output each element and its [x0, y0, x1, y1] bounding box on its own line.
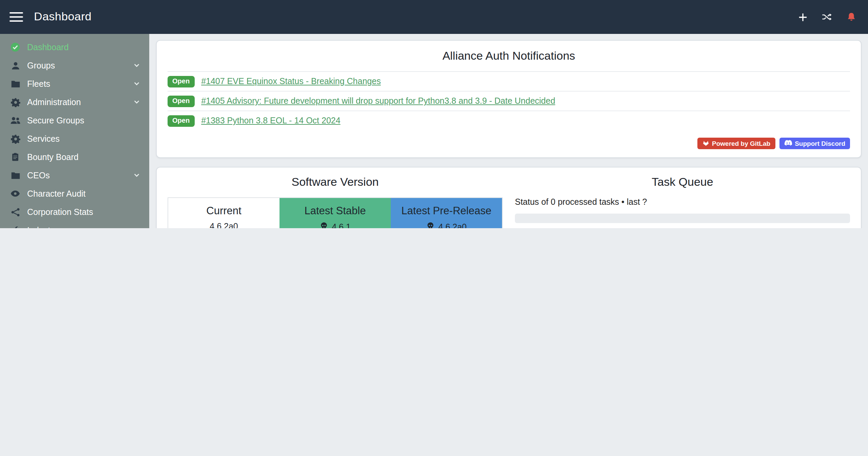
task-progress-bar [515, 214, 850, 223]
chevron-down-icon [133, 80, 140, 87]
gitlab-badge-label: Powered by GitLab [712, 140, 770, 147]
sidebar: DashboardGroupsFleetsAdministrationSecur… [0, 34, 149, 228]
status-badge: Open [168, 76, 194, 87]
version-prerelease-value: 4.6.2a0 [438, 222, 466, 228]
notification-link[interactable]: #1383 Python 3.8 EOL - 14 Oct 2024 [201, 116, 340, 125]
page-title: Dashboard [34, 10, 92, 24]
sidebar-item-services[interactable]: Services [0, 130, 149, 148]
version-current: Current 4.6.2a0 [168, 198, 279, 228]
sidebar-item-bounty-board[interactable]: Bounty Board [0, 148, 149, 166]
dashboard-icon [9, 42, 21, 53]
chevron-down-icon [133, 98, 140, 106]
version-prerelease-label: Latest Pre-Release [395, 205, 498, 217]
sidebar-item-industry[interactable]: Industry [0, 221, 149, 228]
share-icon [9, 206, 21, 217]
sidebar-nav: DashboardGroupsFleetsAdministrationSecur… [0, 34, 149, 228]
version-taskqueue-card: Software Version Current 4.6.2a0 Latest … [156, 167, 862, 228]
sidebar-item-dashboard[interactable]: Dashboard [0, 38, 149, 56]
sidebar-item-fleets[interactable]: Fleets [0, 75, 149, 93]
sidebar-item-label: CEOs [27, 171, 133, 180]
gitlab-badge[interactable]: Powered by GitLab [697, 138, 775, 149]
shuffle-icon[interactable] [822, 13, 832, 21]
sidebar-item-label: Corporation Stats [27, 207, 140, 217]
sidebar-item-administration[interactable]: Administration [0, 93, 149, 111]
menu-toggle-icon[interactable] [9, 12, 23, 22]
chevron-down-icon [133, 226, 140, 228]
status-badge: Open [168, 95, 194, 107]
status-badge: Open [168, 115, 194, 126]
sidebar-item-label: Fleets [27, 79, 133, 88]
sidebar-item-label: Dashboard [27, 42, 140, 52]
sidebar-item-groups[interactable]: Groups [0, 56, 149, 75]
notifications-title: Alliance Auth Notifications [168, 49, 850, 63]
sidebar-item-ceos[interactable]: CEOs [0, 166, 149, 184]
sidebar-item-secure-groups[interactable]: Secure Groups [0, 111, 149, 130]
badge-links: Powered by GitLab Support Discord [168, 138, 850, 149]
discord-badge[interactable]: Support Discord [779, 138, 850, 149]
task-queue-status: Status of 0 processed tasks • last ? [515, 197, 850, 207]
sidebar-item-label: Bounty Board [27, 152, 140, 162]
notification-row: Open #1407 EVE Equinox Status - Breaking… [168, 71, 850, 91]
add-icon[interactable] [798, 13, 807, 21]
skull-icon [320, 222, 328, 228]
chevron-down-icon [133, 172, 140, 179]
sidebar-item-character-audit[interactable]: Character Audit [0, 184, 149, 203]
version-stable: Latest Stable 4.6.1 [279, 198, 391, 228]
users-icon [9, 115, 21, 126]
version-current-value: 4.6.2a0 [210, 222, 238, 228]
notifications-bell-icon[interactable] [847, 12, 856, 22]
discord-icon [784, 139, 792, 147]
gitlab-icon [702, 139, 709, 148]
sidebar-item-label: Services [27, 134, 140, 143]
app-window: Dashboard DashboardGroupsFleetsAdministr… [0, 0, 868, 228]
gears-icon [9, 97, 21, 107]
folder-icon [9, 78, 21, 89]
task-queue-panel: Task Queue Status of 0 processed tasks •… [515, 176, 850, 228]
topbar-actions [798, 12, 856, 22]
notification-link[interactable]: #1405 Advisory: Future development will … [201, 96, 555, 106]
wrench-icon [9, 225, 21, 228]
notification-row: Open #1405 Advisory: Future development … [168, 91, 850, 111]
chevron-down-icon [133, 62, 140, 69]
version-table: Current 4.6.2a0 Latest Stable 4.6.1 [168, 197, 503, 228]
notification-row: Open #1383 Python 3.8 EOL - 14 Oct 2024 [168, 111, 850, 130]
discord-badge-label: Support Discord [795, 140, 845, 147]
sidebar-item-label: Administration [27, 97, 133, 107]
notifications-card: Alliance Auth Notifications Open #1407 E… [156, 40, 862, 158]
folder-icon [9, 170, 21, 181]
version-prerelease: Latest Pre-Release 4.6.2a0 Pre-Release a… [391, 198, 502, 228]
clipboard-icon [9, 152, 21, 162]
skull-icon [426, 222, 435, 228]
version-stable-value: 4.6.1 [332, 222, 351, 228]
software-version-title: Software Version [168, 176, 503, 189]
eye-icon [9, 188, 21, 199]
sidebar-item-label: Secure Groups [27, 116, 140, 125]
task-queue-title: Task Queue [515, 176, 850, 189]
sidebar-item-label: Industry [27, 225, 133, 228]
software-version-panel: Software Version Current 4.6.2a0 Latest … [168, 176, 503, 228]
top-navbar: Dashboard [0, 0, 868, 34]
sidebar-item-corporation-stats[interactable]: Corporation Stats [0, 203, 149, 221]
main-content: Alliance Auth Notifications Open #1407 E… [149, 34, 868, 228]
sidebar-item-label: Character Audit [27, 189, 140, 198]
gears-icon [9, 133, 21, 144]
sidebar-item-label: Groups [27, 61, 133, 70]
version-stable-label: Latest Stable [284, 205, 387, 217]
user-icon [9, 60, 21, 71]
notification-link[interactable]: #1407 EVE Equinox Status - Breaking Chan… [201, 77, 381, 86]
version-current-label: Current [172, 205, 275, 217]
